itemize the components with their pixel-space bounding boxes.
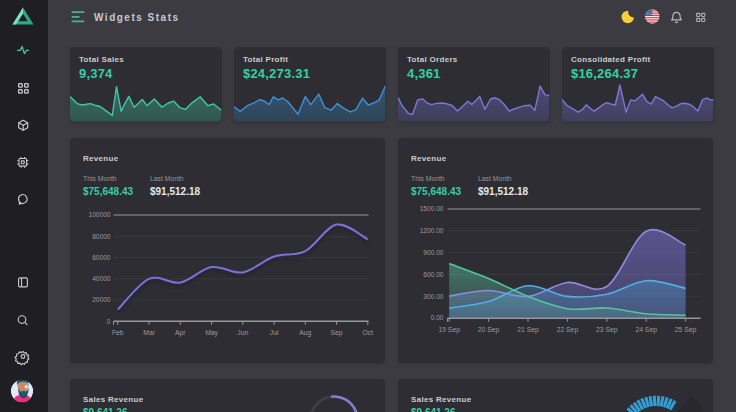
svg-text:900.00: 900.00 — [423, 249, 444, 256]
svg-text:300.00: 300.00 — [423, 293, 444, 300]
svg-text:40000: 40000 — [92, 275, 111, 282]
svg-text:1500.00: 1500.00 — [420, 205, 444, 212]
svg-text:Oct: Oct — [363, 329, 374, 336]
svg-text:Feb: Feb — [112, 329, 124, 336]
svg-text:0.00: 0.00 — [431, 314, 444, 321]
svg-text:22 Sep: 22 Sep — [557, 326, 579, 334]
svg-text:21 Sep: 21 Sep — [517, 326, 539, 334]
svg-text:19 Sep: 19 Sep — [438, 326, 460, 334]
svg-text:25 Sep: 25 Sep — [675, 326, 697, 334]
svg-text:1200.00: 1200.00 — [420, 227, 444, 234]
svg-text:Jun: Jun — [237, 329, 248, 336]
svg-text:60000: 60000 — [92, 254, 111, 261]
svg-text:Sep: Sep — [331, 329, 343, 337]
svg-text:May: May — [205, 329, 218, 337]
svg-text:100000: 100000 — [88, 211, 110, 218]
svg-text:20 Sep: 20 Sep — [478, 326, 500, 334]
svg-text:80000: 80000 — [92, 233, 111, 240]
svg-text:Mar: Mar — [143, 329, 155, 336]
svg-text:Jul: Jul — [270, 329, 279, 336]
svg-text:24 Sep: 24 Sep — [635, 326, 657, 334]
svg-text:600.00: 600.00 — [423, 271, 444, 278]
svg-text:23 Sep: 23 Sep — [596, 326, 618, 334]
svg-text:Apr: Apr — [175, 329, 186, 337]
svg-text:Aug: Aug — [299, 329, 311, 337]
svg-text:20000: 20000 — [92, 296, 111, 303]
svg-text:0: 0 — [107, 318, 111, 325]
